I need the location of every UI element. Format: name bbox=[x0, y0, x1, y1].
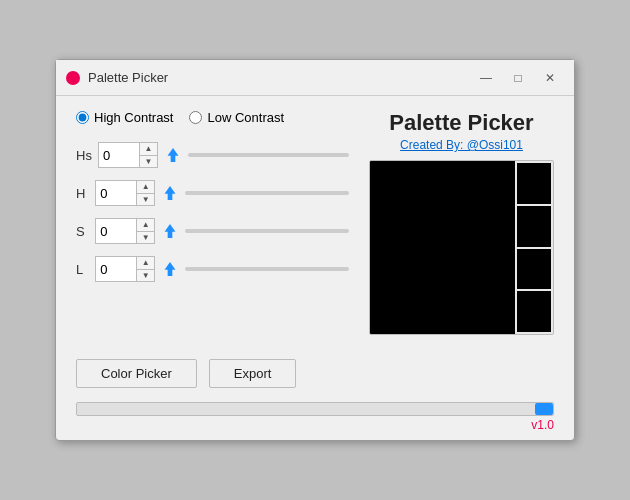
l-spin-down[interactable]: ▼ bbox=[137, 270, 154, 282]
h-slider-row: H ▲ ▼ bbox=[76, 177, 349, 209]
hs-input-wrapper: ▲ ▼ bbox=[98, 142, 158, 168]
hs-slider-row: Hs ▲ ▼ bbox=[76, 139, 349, 171]
palette-main-color bbox=[370, 161, 515, 334]
scroll-area bbox=[56, 398, 574, 416]
contrast-radio-group: High Contrast Low Contrast bbox=[76, 110, 349, 125]
l-arrow-icon bbox=[161, 260, 179, 278]
l-input-wrapper: ▲ ▼ bbox=[95, 256, 155, 282]
s-spin-buttons: ▲ ▼ bbox=[136, 219, 154, 243]
swatch-4 bbox=[517, 291, 551, 332]
h-spin-down[interactable]: ▼ bbox=[137, 194, 154, 206]
l-spin-buttons: ▲ ▼ bbox=[136, 257, 154, 281]
horizontal-scrollbar[interactable] bbox=[76, 402, 554, 416]
window-title: Palette Picker bbox=[88, 70, 472, 85]
palette-swatches bbox=[515, 161, 553, 334]
right-panel: Palette Picker Created By: @Ossi101 bbox=[369, 110, 554, 335]
h-input[interactable] bbox=[96, 181, 136, 205]
swatch-2 bbox=[517, 206, 551, 247]
l-spin-up[interactable]: ▲ bbox=[137, 257, 154, 270]
h-spin-up[interactable]: ▲ bbox=[137, 181, 154, 194]
l-slider-row: L ▲ ▼ bbox=[76, 253, 349, 285]
s-slider[interactable] bbox=[185, 229, 349, 233]
svg-marker-0 bbox=[167, 148, 178, 162]
h-arrow-icon bbox=[161, 184, 179, 202]
hs-slider[interactable] bbox=[188, 153, 349, 157]
s-spin-down[interactable]: ▼ bbox=[137, 232, 154, 244]
version-label: v1.0 bbox=[56, 416, 574, 440]
l-input[interactable] bbox=[96, 257, 136, 281]
hs-input[interactable] bbox=[99, 143, 139, 167]
hs-spin-down[interactable]: ▼ bbox=[140, 156, 157, 168]
low-contrast-text: Low Contrast bbox=[207, 110, 284, 125]
app-title: Palette Picker bbox=[389, 110, 533, 136]
low-contrast-label[interactable]: Low Contrast bbox=[189, 110, 284, 125]
hs-spin-buttons: ▲ ▼ bbox=[139, 143, 157, 167]
s-label: S bbox=[76, 224, 89, 239]
h-label: H bbox=[76, 186, 89, 201]
svg-marker-3 bbox=[165, 262, 176, 276]
h-input-wrapper: ▲ ▼ bbox=[95, 180, 155, 206]
s-spin-up[interactable]: ▲ bbox=[137, 219, 154, 232]
window-controls: — □ ✕ bbox=[472, 67, 564, 89]
s-input[interactable] bbox=[96, 219, 136, 243]
hs-arrow-icon bbox=[164, 146, 182, 164]
palette-display bbox=[369, 160, 554, 335]
export-button[interactable]: Export bbox=[209, 359, 297, 388]
maximize-button[interactable]: □ bbox=[504, 67, 532, 89]
main-content: High Contrast Low Contrast Hs ▲ ▼ bbox=[56, 96, 574, 349]
h-spin-buttons: ▲ ▼ bbox=[136, 181, 154, 205]
s-arrow-icon bbox=[161, 222, 179, 240]
hs-spin-up[interactable]: ▲ bbox=[140, 143, 157, 156]
titlebar: Palette Picker — □ ✕ bbox=[56, 60, 574, 96]
high-contrast-text: High Contrast bbox=[94, 110, 173, 125]
app-icon bbox=[66, 71, 80, 85]
h-slider[interactable] bbox=[185, 191, 349, 195]
hs-label: Hs bbox=[76, 148, 92, 163]
high-contrast-radio[interactable] bbox=[76, 111, 89, 124]
l-slider[interactable] bbox=[185, 267, 349, 271]
bottom-bar: Color Picker Export bbox=[56, 349, 574, 398]
app-subtitle: Created By: @Ossi101 bbox=[400, 138, 523, 152]
l-label: L bbox=[76, 262, 89, 277]
color-picker-button[interactable]: Color Picker bbox=[76, 359, 197, 388]
minimize-button[interactable]: — bbox=[472, 67, 500, 89]
s-input-wrapper: ▲ ▼ bbox=[95, 218, 155, 244]
close-button[interactable]: ✕ bbox=[536, 67, 564, 89]
main-window: Palette Picker — □ ✕ High Contrast Low C… bbox=[55, 59, 575, 441]
scroll-thumb bbox=[535, 403, 553, 415]
s-slider-row: S ▲ ▼ bbox=[76, 215, 349, 247]
low-contrast-radio[interactable] bbox=[189, 111, 202, 124]
svg-marker-2 bbox=[165, 224, 176, 238]
left-panel: High Contrast Low Contrast Hs ▲ ▼ bbox=[76, 110, 349, 335]
swatch-1 bbox=[517, 163, 551, 204]
svg-marker-1 bbox=[165, 186, 176, 200]
high-contrast-label[interactable]: High Contrast bbox=[76, 110, 173, 125]
swatch-3 bbox=[517, 249, 551, 290]
